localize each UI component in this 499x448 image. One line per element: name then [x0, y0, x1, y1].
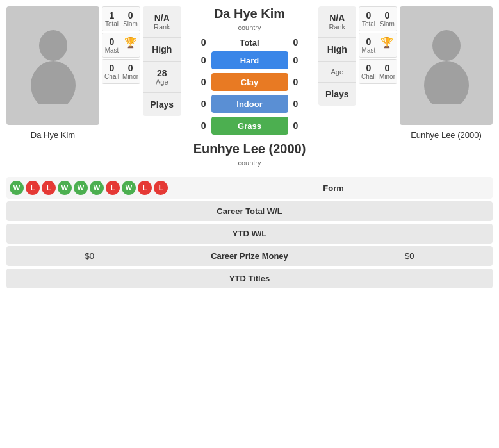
right-total-label: Total: [362, 21, 375, 28]
left-minor-cell: 0 Minor: [121, 60, 140, 83]
right-total-cell: 0 Total: [359, 7, 378, 31]
right-rank-value: N/A: [329, 13, 345, 23]
left-total-cell: 1 Total: [102, 7, 121, 31]
left-slam-value: 0: [128, 10, 133, 21]
right-mast-cell: 0 Mast: [359, 33, 378, 57]
total-row: 0 Total 0: [187, 37, 313, 47]
left-minor-label: Minor: [122, 73, 138, 80]
right-player-avatar: [400, 6, 493, 125]
right-slam-value: 0: [385, 10, 390, 21]
indoor-badge: Indoor: [211, 95, 288, 113]
right-high-value: High: [327, 44, 347, 54]
ytd-wl-label: YTD W/L: [170, 229, 330, 238]
total-score-left: 0: [187, 37, 206, 47]
left-mast-label: Mast: [105, 47, 119, 54]
left-chall-value: 0: [110, 63, 115, 73]
right-age-cell: Age: [318, 62, 356, 83]
right-minor-cell: 0 Minor: [378, 60, 397, 83]
total-score-right: 0: [293, 37, 313, 47]
form-badge-w: W: [58, 181, 72, 195]
form-row: WLLWWWLWLL Form: [6, 177, 493, 199]
grass-badge: Grass: [211, 117, 288, 135]
left-rank-value: N/A: [154, 13, 170, 23]
right-plays-cell: Plays: [318, 83, 356, 106]
left-player-avatar-card: Da Hye Kim: [6, 6, 99, 140]
svg-point-3: [424, 61, 469, 104]
left-player-name-center: Da Hye Kim: [214, 6, 285, 21]
prize-row: $0 Career Prize Money $0: [6, 246, 493, 266]
svg-point-1: [31, 61, 76, 104]
left-avatar-silhouette: [28, 28, 79, 104]
right-chall-cell: 0 Chall: [359, 60, 378, 83]
hard-score-right: 0: [293, 55, 313, 65]
right-trophy-icon: 🏆: [380, 37, 393, 49]
left-rank-label: Rank: [154, 23, 170, 31]
left-player-avatar: [6, 6, 99, 125]
right-slam-cell: 0 Slam: [378, 7, 397, 31]
left-high-value: High: [152, 44, 172, 54]
clay-label: Clay: [241, 78, 258, 87]
left-age-label: Age: [156, 78, 168, 86]
left-plays-cell: Plays: [143, 93, 181, 116]
right-slam-label: Slam: [380, 21, 395, 28]
left-age-value: 28: [157, 68, 167, 78]
form-badges: WLLWWWLWLL: [10, 181, 168, 195]
left-trophy-cell: 🏆: [121, 33, 140, 57]
right-rank-label: Rank: [329, 23, 345, 31]
form-badge-l: L: [154, 181, 168, 195]
form-badge-w: W: [122, 181, 136, 195]
right-high-cell: High: [318, 38, 356, 62]
svg-point-0: [39, 30, 67, 61]
ytd-titles-label: YTD Titles: [170, 274, 330, 283]
clay-badge: Clay: [211, 73, 288, 91]
right-detail-card: N/A Rank High Age Plays: [318, 6, 356, 106]
bottom-section: WLLWWWLWLL Form Career Total W/L YTD W/L…: [0, 177, 499, 288]
ytd-titles-row: YTD Titles: [6, 269, 493, 288]
left-mast-cell: 0 Mast: [102, 33, 121, 57]
clay-score-left: 0: [187, 77, 206, 87]
right-mast-value: 0: [366, 37, 372, 47]
right-minor-value: 0: [385, 63, 390, 73]
form-badge-w: W: [10, 181, 24, 195]
prize-left: $0: [10, 251, 170, 261]
right-stats-block: 0 Total 0 Slam 0 Mast 🏆 0: [359, 6, 397, 84]
left-slam-cell: 0 Slam: [121, 7, 140, 31]
form-badge-l: L: [138, 181, 152, 195]
ytd-wl-row: YTD W/L: [6, 224, 493, 244]
right-player-avatar-card: Eunhye Lee (2000): [400, 6, 493, 140]
left-high-cell: High: [143, 38, 181, 62]
left-country-label: country: [238, 24, 261, 31]
right-country-row: country: [238, 159, 261, 167]
indoor-score-right: 0: [293, 99, 313, 109]
grass-score-right: 0: [293, 120, 313, 131]
right-age-label: Age: [331, 68, 343, 76]
right-plays-value: Plays: [325, 89, 349, 99]
center-block: Da Hye Kim country 0 Total 0 0 Hard 0 0: [184, 6, 316, 170]
left-stats-block: 1 Total 0 Slam 0 Mast 🏆 0 Main: [102, 6, 140, 84]
form-badge-l: L: [26, 181, 40, 195]
left-rank-cell: N/A Rank: [143, 6, 181, 38]
indoor-label: Indoor: [236, 99, 262, 109]
grass-label: Grass: [238, 121, 261, 131]
right-total-value: 0: [366, 10, 372, 21]
indoor-row: 0 Indoor 0: [187, 95, 313, 113]
clay-score-right: 0: [293, 77, 313, 87]
left-mast-value: 0: [110, 37, 115, 47]
hard-score-left: 0: [187, 55, 206, 65]
total-label: Total: [211, 38, 288, 47]
form-badge-l: L: [106, 181, 120, 195]
form-badge-w: W: [90, 181, 104, 195]
left-detail-card: N/A Rank High 28 Age Plays: [143, 6, 181, 116]
clay-row: 0 Clay 0: [187, 73, 313, 91]
left-trophy-icon: 🏆: [124, 37, 137, 49]
form-badge-l: L: [42, 181, 56, 195]
right-trophy-cell: 🏆: [378, 33, 397, 57]
top-area: Da Hye Kim 1 Total 0 Slam 0 Mast: [0, 0, 499, 177]
career-wl-row: Career Total W/L: [6, 201, 493, 221]
left-chall-cell: 0 Chall: [102, 60, 121, 83]
left-country-row: country: [238, 24, 261, 31]
grass-row: 0 Grass 0: [187, 117, 313, 135]
form-badge-w: W: [74, 181, 88, 195]
right-minor-label: Minor: [379, 73, 395, 80]
hard-row: 0 Hard 0: [187, 51, 313, 69]
